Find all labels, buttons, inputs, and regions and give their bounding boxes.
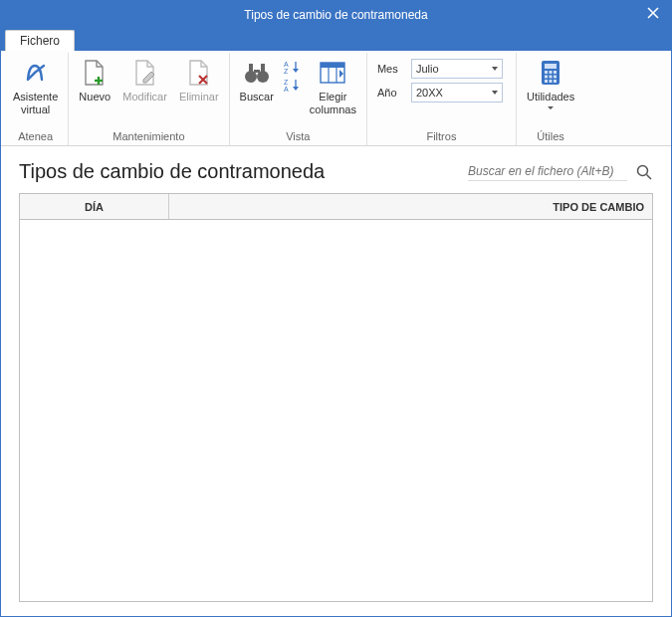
ribbon-tabs: Fichero: [1, 29, 671, 51]
svg-rect-20: [321, 63, 344, 68]
chevron-down-icon: [492, 91, 498, 95]
column-tipo-label: TIPO DE CAMBIO: [553, 201, 644, 213]
tab-fichero[interactable]: Fichero: [5, 30, 75, 51]
columns-icon: [317, 57, 348, 89]
search-button[interactable]: [635, 163, 653, 181]
sort-asc-button[interactable]: A Z: [282, 59, 302, 75]
svg-rect-29: [545, 76, 548, 79]
group-vista-title: Vista: [234, 130, 362, 145]
chevron-down-icon: [548, 106, 554, 109]
utilidades-button[interactable]: Utilidades: [521, 55, 580, 111]
close-button[interactable]: [641, 3, 665, 23]
svg-rect-27: [550, 71, 553, 74]
svg-rect-10: [254, 70, 260, 73]
svg-rect-33: [550, 80, 553, 83]
calculator-icon: [535, 57, 566, 89]
eliminar-button[interactable]: Eliminar: [173, 55, 225, 105]
group-mantenimiento-title: Mantenimiento: [73, 130, 224, 145]
column-tipo-cambio[interactable]: TIPO DE CAMBIO: [169, 194, 652, 219]
mes-label: Mes: [377, 63, 407, 75]
svg-line-36: [647, 174, 652, 179]
svg-rect-34: [554, 80, 557, 83]
svg-rect-28: [554, 71, 557, 74]
asistente-virtual-label: Asistente virtual: [13, 91, 58, 115]
column-dia[interactable]: DÍA: [20, 194, 169, 219]
content-header: Tipos de cambio de contramoneda: [19, 154, 653, 193]
svg-marker-18: [293, 87, 299, 91]
new-document-icon: [79, 57, 111, 89]
group-atenea-title: Atenea: [7, 130, 64, 145]
svg-rect-8: [249, 64, 253, 72]
delete-document-icon: [183, 57, 215, 89]
svg-point-35: [638, 165, 648, 175]
mes-value: Julio: [416, 63, 439, 75]
binoculars-icon: [241, 57, 273, 89]
window-title: Tipos de cambio de contramoneda: [244, 8, 427, 22]
svg-rect-9: [261, 64, 265, 72]
chevron-down-icon: [492, 67, 498, 71]
window: Tipos de cambio de contramoneda Fichero: [0, 0, 672, 617]
eliminar-label: Eliminar: [179, 91, 219, 103]
page-title: Tipos de cambio de contramoneda: [19, 160, 325, 183]
elegir-columnas-label: Elegir columnas: [310, 91, 356, 115]
sort-desc-icon: Z A: [282, 77, 302, 93]
svg-text:A: A: [284, 86, 289, 93]
data-grid: DÍA TIPO DE CAMBIO: [19, 193, 653, 602]
svg-rect-25: [545, 64, 557, 69]
svg-text:Z: Z: [284, 79, 289, 86]
svg-rect-30: [550, 76, 553, 79]
close-icon: [647, 7, 659, 19]
svg-rect-31: [554, 76, 557, 79]
svg-rect-26: [545, 71, 548, 74]
grid-body[interactable]: [20, 220, 652, 601]
modificar-button[interactable]: Modificar: [116, 55, 173, 105]
group-utiles-title: Útiles: [521, 130, 580, 145]
content-area: Tipos de cambio de contramoneda DÍA TIPO…: [1, 146, 671, 616]
group-vista: Buscar A Z Z A: [230, 53, 367, 145]
column-dia-label: DÍA: [85, 201, 104, 213]
search-wrap: [468, 162, 653, 181]
grid-header: DÍA TIPO DE CAMBIO: [20, 194, 652, 220]
group-filtros-title: Filtros: [371, 130, 512, 145]
svg-marker-14: [293, 69, 299, 73]
nuevo-label: Nuevo: [79, 91, 111, 103]
anio-label: Año: [377, 87, 407, 99]
anio-value: 20XX: [416, 87, 443, 99]
asistente-virtual-button[interactable]: Asistente virtual: [7, 55, 64, 117]
mes-combo[interactable]: Julio: [411, 59, 503, 79]
edit-document-icon: [129, 57, 161, 89]
svg-text:A: A: [284, 61, 289, 68]
ribbon: Asistente virtual Atenea Nue: [1, 51, 671, 146]
alpha-icon: [20, 57, 52, 89]
elegir-columnas-button[interactable]: Elegir columnas: [304, 55, 362, 117]
utilidades-label: Utilidades: [527, 91, 574, 103]
group-atenea: Asistente virtual Atenea: [3, 53, 69, 145]
tab-fichero-label: Fichero: [20, 34, 60, 48]
group-filtros: Mes Julio Año 20XX Filt: [367, 53, 517, 145]
search-input[interactable]: [468, 162, 627, 181]
svg-text:Z: Z: [284, 68, 289, 75]
sort-asc-icon: A Z: [282, 59, 302, 75]
nuevo-button[interactable]: Nuevo: [73, 55, 116, 105]
group-mantenimiento: Nuevo Modificar: [69, 53, 229, 145]
svg-rect-32: [545, 80, 548, 83]
buscar-button[interactable]: Buscar: [234, 55, 280, 105]
buscar-label: Buscar: [240, 91, 274, 103]
group-utiles: Utilidades Útiles: [517, 53, 584, 145]
sort-desc-button[interactable]: Z A: [282, 77, 302, 93]
anio-combo[interactable]: 20XX: [411, 83, 503, 103]
modificar-label: Modificar: [122, 91, 167, 103]
titlebar: Tipos de cambio de contramoneda: [1, 1, 671, 29]
search-icon: [635, 163, 653, 181]
